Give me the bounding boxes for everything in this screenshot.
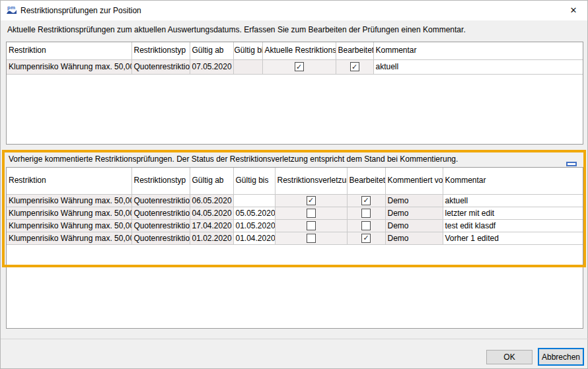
minus-collapse-icon[interactable] [566, 162, 577, 166]
bearbeitet-checkbox[interactable] [361, 196, 371, 205]
cell-verletzung [275, 207, 347, 219]
cell-restriktionstyp: Quotenrestriktion [131, 219, 190, 232]
cell-gueltig-bis: 01.05.2020 [233, 219, 275, 232]
cell-gueltig-bis [233, 194, 275, 207]
pm-app-icon: pm [6, 5, 17, 16]
table-row[interactable]: Klumpenrisiko Währung max. 50,00% Quoten… [7, 59, 583, 74]
verletzung-checkbox[interactable] [307, 234, 316, 243]
col-restriktion[interactable]: Restriktion [7, 168, 131, 194]
verletzung-checkbox[interactable] [295, 62, 304, 71]
cell-bearbeitet [347, 194, 385, 207]
col-restriktion[interactable]: Restriktion [7, 42, 131, 59]
cell-verletzung [275, 194, 347, 207]
bearbeitet-checkbox[interactable] [361, 209, 371, 218]
cell-gueltig-ab: 06.05.2020 [190, 194, 233, 207]
cell-verletzung [275, 232, 347, 244]
footer-divider [1, 339, 588, 339]
cell-restriktion: Klumpenrisiko Währung max. 50,00% [7, 194, 131, 207]
cell-kommentar[interactable]: aktuell [443, 194, 583, 207]
col-kommentar[interactable]: Kommentar [373, 42, 583, 59]
col-bearbeitet[interactable]: Bearbeitet [347, 168, 385, 194]
cell-kommentar[interactable]: letzter mit edit [443, 207, 583, 219]
current-section-description: Aktuelle Restriktionsprüfungen zum aktue… [7, 25, 466, 34]
cancel-button[interactable]: Abbrechen [538, 348, 584, 366]
cell-verletzung [275, 219, 347, 232]
bearbeitet-checkbox[interactable] [361, 221, 371, 230]
dialog-window: pm Restriktionsprüfungen zur Position ✕ … [0, 0, 588, 369]
cell-gueltig-ab: 04.05.2020 [190, 207, 233, 219]
col-gueltig-bis[interactable]: Gültig bis [233, 168, 275, 194]
col-restriktionstyp[interactable]: Restriktionstyp [131, 42, 190, 59]
cell-gueltig-bis: 05.05.2020 [233, 207, 275, 219]
previous-checks-table: Restriktion Restriktionstyp Gültig ab Gü… [7, 168, 583, 245]
cell-kommentiert-von: Demo [385, 219, 443, 232]
cell-restriktion: Klumpenrisiko Währung max. 50,00% [7, 59, 131, 74]
window-title: Restriktionsprüfungen zur Position [20, 6, 141, 15]
cell-bearbeitet [347, 207, 385, 219]
table-row[interactable]: Klumpenrisiko Währung max. 50,00% Quoten… [7, 219, 583, 232]
ok-button[interactable]: OK [486, 350, 533, 364]
table-row[interactable]: Klumpenrisiko Währung max. 50,00% Quoten… [7, 207, 583, 219]
bearbeitet-checkbox[interactable] [361, 234, 371, 243]
cell-kommentar[interactable]: Vorher 1 edited [443, 232, 583, 244]
cell-verletzung [262, 59, 336, 74]
cell-bearbeitet [336, 59, 373, 74]
cell-gueltig-bis: 01.04.2020 [233, 232, 275, 244]
table-header-row: Restriktion Restriktionstyp Gültig ab Gü… [7, 168, 583, 194]
svg-text:pm: pm [7, 5, 15, 11]
cell-restriktionstyp: Quotenrestriktion [131, 232, 190, 244]
current-checks-table-panel: Restriktion Restriktionstyp Gültig ab Gü… [6, 42, 583, 145]
cell-bearbeitet [347, 232, 385, 244]
close-icon[interactable]: ✕ [566, 3, 581, 17]
cell-kommentiert-von: Demo [385, 207, 443, 219]
cell-restriktion: Klumpenrisiko Währung max. 50,00% [7, 207, 131, 219]
title-bar: pm Restriktionsprüfungen zur Position ✕ [1, 1, 587, 20]
col-restriktionstyp[interactable]: Restriktionstyp [131, 168, 190, 194]
cell-kommentiert-von: Demo [385, 232, 443, 244]
cell-gueltig-ab: 07.05.2020 [190, 59, 233, 74]
previous-checks-table-panel: Restriktion Restriktionstyp Gültig ab Gü… [6, 167, 583, 329]
cell-kommentar[interactable]: aktuell [373, 59, 583, 74]
cell-restriktionstyp: Quotenrestriktion [131, 59, 190, 74]
table-row[interactable]: Klumpenrisiko Währung max. 50,00% Quoten… [7, 194, 583, 207]
col-restriktionsverletzung-bei-kommentierung[interactable]: Restriktionsverletzung bei Kommentierung [275, 168, 347, 194]
cell-restriktionstyp: Quotenrestriktion [131, 207, 190, 219]
verletzung-checkbox[interactable] [307, 221, 316, 230]
cell-gueltig-bis [233, 59, 262, 74]
col-gueltig-ab[interactable]: Gültig ab [190, 168, 233, 194]
cell-gueltig-ab: 01.02.2020 [190, 232, 233, 244]
verletzung-checkbox[interactable] [307, 209, 316, 218]
cell-restriktion: Klumpenrisiko Währung max. 50,00% [7, 219, 131, 232]
cell-kommentar[interactable]: test edit klasdf [443, 219, 583, 232]
verletzung-checkbox[interactable] [307, 196, 316, 205]
table-header-row: Restriktion Restriktionstyp Gültig ab Gü… [7, 42, 583, 59]
cell-bearbeitet [347, 219, 385, 232]
col-kommentar[interactable]: Kommentar [443, 168, 583, 194]
col-aktuelle-restriktionsverletzung[interactable]: Aktuelle Restriktionsverletzung [262, 42, 336, 59]
current-checks-table: Restriktion Restriktionstyp Gültig ab Gü… [7, 42, 583, 75]
col-bearbeitet[interactable]: Bearbeitet [336, 42, 373, 59]
cell-gueltig-ab: 17.04.2020 [190, 219, 233, 232]
cell-kommentiert-von: Demo [385, 194, 443, 207]
col-gueltig-bis[interactable]: Gültig bis [233, 42, 262, 59]
cell-restriktion: Klumpenrisiko Währung max. 50,00% [7, 232, 131, 244]
cell-restriktionstyp: Quotenrestriktion [131, 194, 190, 207]
bearbeitet-checkbox[interactable] [350, 62, 359, 71]
col-kommentiert-von[interactable]: Kommentiert von [385, 168, 443, 194]
table-row[interactable]: Klumpenrisiko Währung max. 50,00% Quoten… [7, 232, 583, 244]
col-gueltig-ab[interactable]: Gültig ab [190, 42, 233, 59]
previous-section-description: Vorherige kommentierte Restriktionsprüfu… [9, 154, 458, 164]
